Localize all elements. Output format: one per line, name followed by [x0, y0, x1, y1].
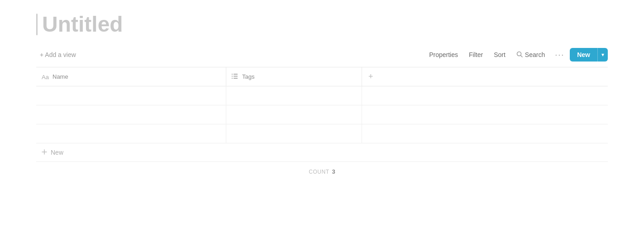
- add-column-button[interactable]: +: [362, 67, 608, 86]
- count-row: COUNT 3: [36, 162, 608, 181]
- chevron-down-icon: ▾: [601, 52, 604, 58]
- svg-rect-8: [234, 78, 238, 79]
- table-row[interactable]: [36, 86, 608, 105]
- count-label: COUNT: [309, 169, 329, 175]
- cell-name-3: [36, 124, 226, 143]
- column-tags: Tags: [226, 67, 362, 86]
- column-name: Aa Name: [36, 67, 226, 86]
- more-options-button[interactable]: ···: [551, 48, 568, 62]
- add-view-button[interactable]: + Add a view: [36, 49, 80, 60]
- add-view-label: + Add a view: [40, 51, 76, 58]
- filter-label: Filter: [469, 51, 483, 58]
- cell-tags-1: [226, 86, 362, 105]
- search-icon: [516, 51, 523, 59]
- cell-extra-2: [362, 105, 608, 124]
- page-container: Untitled + Add a view Properties Filter …: [0, 0, 644, 181]
- text-field-icon: Aa: [42, 74, 49, 80]
- column-name-label: Name: [52, 73, 68, 80]
- table-row[interactable]: [36, 124, 608, 143]
- svg-line-1: [520, 55, 522, 57]
- column-tags-label: Tags: [242, 73, 254, 80]
- svg-rect-7: [232, 78, 233, 79]
- svg-rect-6: [234, 76, 238, 76]
- svg-rect-5: [232, 76, 233, 76]
- svg-rect-3: [232, 74, 233, 75]
- toolbar-right: Properties Filter Sort Search ···: [425, 48, 608, 62]
- cell-name-2: [36, 105, 226, 124]
- new-button[interactable]: New: [570, 48, 597, 62]
- toolbar-left: + Add a view: [36, 49, 80, 60]
- filter-button[interactable]: Filter: [464, 48, 487, 61]
- new-row-button[interactable]: New: [36, 143, 608, 162]
- toolbar: + Add a view Properties Filter Sort: [36, 48, 608, 67]
- search-label: Search: [525, 51, 545, 58]
- table-row[interactable]: [36, 105, 608, 124]
- cell-extra-1: [362, 86, 608, 105]
- cell-tags-3: [226, 124, 362, 143]
- table-container: Aa Name Tags: [36, 67, 608, 181]
- new-button-group: New ▾: [570, 48, 608, 62]
- new-row-icon: [42, 149, 47, 156]
- more-icon: ···: [555, 50, 564, 59]
- new-button-chevron[interactable]: ▾: [597, 48, 608, 62]
- new-row-label: New: [51, 149, 63, 156]
- page-title[interactable]: Untitled: [42, 14, 123, 35]
- sort-label: Sort: [494, 51, 506, 58]
- properties-label: Properties: [429, 51, 458, 58]
- svg-text:Aa: Aa: [42, 74, 49, 80]
- svg-rect-4: [234, 74, 238, 75]
- cell-extra-3: [362, 124, 608, 143]
- sort-button[interactable]: Sort: [489, 48, 510, 61]
- list-icon: [232, 73, 239, 81]
- page-title-wrapper: Untitled: [36, 14, 608, 35]
- cell-tags-2: [226, 105, 362, 124]
- table-header: Aa Name Tags: [36, 67, 608, 86]
- search-button[interactable]: Search: [512, 48, 549, 62]
- add-column-icon: +: [368, 72, 373, 81]
- properties-button[interactable]: Properties: [425, 48, 463, 61]
- title-border: [36, 14, 38, 35]
- count-value: 3: [332, 168, 335, 175]
- cell-name-1: [36, 86, 226, 105]
